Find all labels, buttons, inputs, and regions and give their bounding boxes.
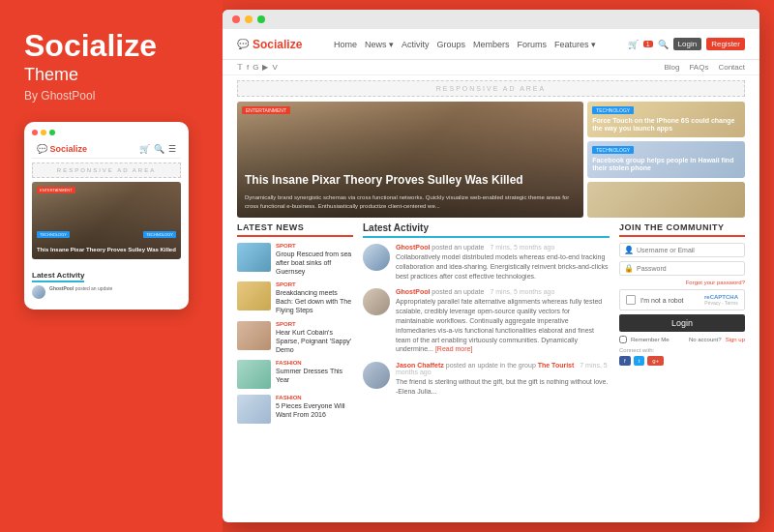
activity-content-1: GhostPool posted an update 7 mins, 5 mon… xyxy=(396,244,610,281)
register-button-header[interactable]: Register xyxy=(706,38,745,50)
cart-badge: 1 xyxy=(643,41,653,47)
mobile-activity-item: GhostPool posted an update xyxy=(32,285,181,299)
hero-main-title: This Insane Pixar Theory Proves Sulley W… xyxy=(245,173,576,189)
activity-meta-1: GhostPool posted an update 7 mins, 5 mon… xyxy=(396,244,610,251)
googleplus-icon[interactable]: G xyxy=(253,63,258,72)
news-title-3[interactable]: Hear Kurt Cobain's Sparse, Poignant 'Sap… xyxy=(276,328,353,354)
news-title-1[interactable]: Group Rescued from sea after boat sinks … xyxy=(276,250,353,276)
login-button[interactable]: Login xyxy=(619,314,745,332)
activity-time-2: 7 mins, 5 months ago xyxy=(490,288,554,295)
activity-user-3[interactable]: Jason Chaffetz xyxy=(396,362,444,369)
contact-link[interactable]: Contact xyxy=(718,63,745,72)
hero-main[interactable]: ENTERTAINMENT This Insane Pixar Theory P… xyxy=(237,102,583,218)
lock-icon: 🔒 xyxy=(624,264,634,273)
site-nav: Home News ▾ Activity Groups Members Foru… xyxy=(334,40,596,49)
blog-link[interactable]: Blog xyxy=(664,63,679,72)
login-button-header[interactable]: Login xyxy=(673,38,702,50)
nav-features[interactable]: Features ▾ xyxy=(554,40,596,49)
mobile-hero-badge-entertainment: ENTERTAINMENT xyxy=(37,187,75,193)
activity-content-2: GhostPool posted an update 7 mins, 5 mon… xyxy=(396,288,610,354)
hero-section: ENTERTAINMENT This Insane Pixar Theory P… xyxy=(237,102,745,218)
mobile-dot-red xyxy=(32,130,38,135)
news-info-3: Sport Hear Kurt Cobain's Sparse, Poignan… xyxy=(276,321,353,354)
col-activity: Latest Activity GhostPool posted an upda… xyxy=(363,222,610,522)
browser-mockup: 💬 Socialize Home News ▾ Activity Groups … xyxy=(223,10,759,522)
nav-home[interactable]: Home xyxy=(334,40,357,49)
mobile-dots xyxy=(32,130,181,135)
news-thumb-3 xyxy=(237,321,271,350)
news-category-5: Fashion xyxy=(276,395,353,400)
password-input[interactable] xyxy=(637,265,740,272)
nav-members[interactable]: Members xyxy=(473,40,510,49)
activity-text-2: Appropriately parallel fate alternative … xyxy=(396,297,610,354)
mobile-activity-title: Latest Activity xyxy=(32,271,84,282)
mobile-dot-green xyxy=(49,130,55,135)
browser-dot-red[interactable] xyxy=(232,15,240,23)
browser-dot-green[interactable] xyxy=(257,15,265,23)
vimeo-icon[interactable]: V xyxy=(272,63,277,72)
captcha-box: I'm not a robot reCAPTCHA Privacy - Term… xyxy=(619,289,745,310)
activity-meta-3: Jason Chaffetz posted an update in the g… xyxy=(396,362,610,375)
site-logo-text: Socialize xyxy=(253,38,302,51)
mobile-search-icon: 🔍 xyxy=(154,144,164,154)
activity-item-1: GhostPool posted an update 7 mins, 5 mon… xyxy=(363,244,610,281)
hero-main-badge: ENTERTAINMENT xyxy=(242,106,290,114)
activity-meta-2: GhostPool posted an update 7 mins, 5 mon… xyxy=(396,288,610,295)
hero-right-mid-badge: TECHNOLOGY xyxy=(592,146,634,154)
user-icon: 👤 xyxy=(624,246,634,254)
facebook-connect-btn[interactable]: f xyxy=(619,356,631,366)
site-logo-icon: 💬 xyxy=(237,39,249,49)
hero-right-mid[interactable]: TECHNOLOGY Facebook group helps people i… xyxy=(587,141,745,177)
mobile-hero-badge-tech-1: TECHNOLOGY xyxy=(37,231,70,238)
mobile-nav-icons: 🛒 🔍 ☰ xyxy=(139,144,176,154)
faqs-link[interactable]: FAQs xyxy=(689,63,708,72)
nav-news[interactable]: News ▾ xyxy=(365,40,394,49)
activity-user-2[interactable]: GhostPool xyxy=(396,288,430,295)
brand-subtitle: Theme xyxy=(24,65,198,85)
hero-main-desc: Dynamically brand synergistic schemas vi… xyxy=(245,193,576,210)
cart-icon[interactable]: 🛒 xyxy=(628,40,639,49)
remember-me-checkbox[interactable] xyxy=(619,336,627,343)
read-more-link[interactable]: [Read more] xyxy=(435,345,473,352)
hero-right-top[interactable]: TECHNOLOGY Force Touch on the iPhone 6S … xyxy=(587,102,745,137)
forgot-password-link[interactable]: Forgot your password? xyxy=(619,280,745,285)
connect-row: Connect with: xyxy=(619,347,745,353)
no-account-text: No account? xyxy=(689,337,722,342)
search-icon[interactable]: 🔍 xyxy=(658,40,669,49)
news-thumb-1 xyxy=(237,243,271,272)
news-category-1: Sport xyxy=(276,243,353,249)
sign-up-link[interactable]: Sign up xyxy=(726,337,745,342)
remember-row: Remember Me No account? Sign up xyxy=(619,336,745,343)
username-input[interactable] xyxy=(637,247,740,253)
join-community-title: JOIN THE COMMUNITY xyxy=(619,222,745,237)
youtube-icon[interactable]: ▶ xyxy=(262,63,268,72)
nav-groups[interactable]: Groups xyxy=(437,40,466,49)
twitter-icon[interactable]: 𝕋 xyxy=(237,63,243,72)
nav-activity[interactable]: Activity xyxy=(402,40,430,49)
news-title-4[interactable]: Summer Dresses This Year xyxy=(276,367,353,384)
news-title-5[interactable]: 5 Pieces Everyone Will Want From 2016 xyxy=(276,401,353,419)
mobile-menu-icon: ☰ xyxy=(168,144,176,154)
activity-user-1[interactable]: GhostPool xyxy=(396,244,430,251)
captcha-checkbox[interactable] xyxy=(626,295,636,305)
browser-dot-yellow[interactable] xyxy=(245,15,253,23)
activity-content-3: Jason Chaffetz posted an update in the g… xyxy=(396,362,610,397)
col-news: LATEST NEWS Sport Group Rescued from sea… xyxy=(237,222,353,522)
captcha-text: I'm not a robot xyxy=(640,297,684,304)
activity-avatar-3 xyxy=(363,362,390,389)
ad-area: RESPONSIVE AD AREA xyxy=(237,80,745,97)
hero-right-bot[interactable] xyxy=(587,182,745,218)
news-thumb-5 xyxy=(237,395,271,424)
googleplus-connect-btn[interactable]: g+ xyxy=(647,356,664,366)
nav-forums[interactable]: Forums xyxy=(518,40,548,49)
news-category-2: Sport xyxy=(276,281,353,287)
site-nav-icons: 🛒 1 🔍 Login Register xyxy=(628,38,745,50)
latest-news-title: LATEST NEWS xyxy=(237,222,353,237)
mobile-activity-text: GhostPool posted an update xyxy=(49,285,112,299)
three-col: LATEST NEWS Sport Group Rescued from sea… xyxy=(237,222,745,522)
activity-item-2: GhostPool posted an update 7 mins, 5 mon… xyxy=(363,288,610,354)
news-title-2[interactable]: Breakdancing meets Bach: Get down with T… xyxy=(276,288,353,314)
facebook-icon[interactable]: f xyxy=(247,63,249,72)
username-input-group: 👤 xyxy=(619,243,745,257)
twitter-connect-btn[interactable]: t xyxy=(634,356,645,366)
